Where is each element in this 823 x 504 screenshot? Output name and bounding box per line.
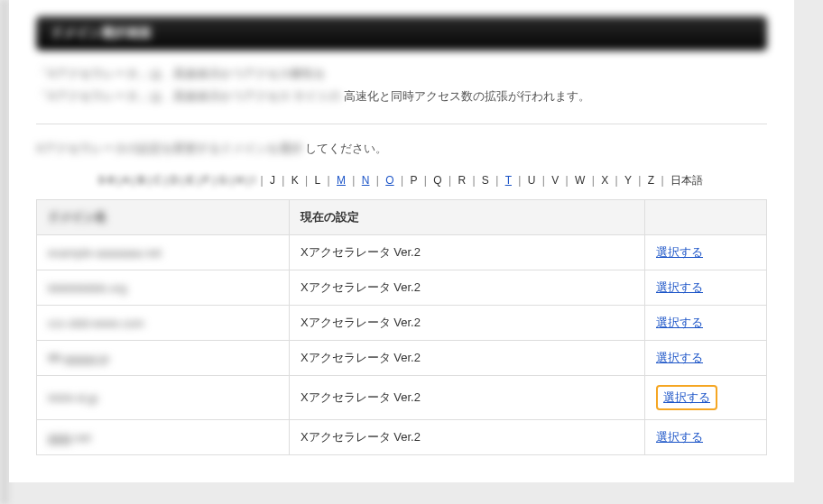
alpha-filter-S: S: [480, 174, 491, 187]
alpha-filter-O[interactable]: O: [384, 174, 395, 187]
cell-current-setting: Xアクセラレータ Ver.2: [290, 341, 645, 376]
alpha-separator: |: [537, 174, 550, 187]
cell-current-setting: Xアクセラレータ Ver.2: [290, 235, 645, 270]
desc-blur-line1: 「Xアクセラレータ」は、高速表示かつアクセス耐性を: [36, 63, 326, 86]
cell-domain: hhhh-iii.jp: [37, 376, 290, 420]
select-link[interactable]: 選択する: [663, 390, 710, 404]
alpha-filter-X: X: [599, 174, 610, 187]
domain-name-text: ccc-ddd-eeee.com: [48, 316, 144, 330]
alpha-filter-Y: Y: [623, 174, 633, 187]
alpha-filter-V: V: [550, 174, 560, 187]
desc-blur-line2: 「Xアクセラレータ」は、高速表示かつアクセス サイトの: [36, 86, 340, 108]
instruction-clear: してください。: [305, 142, 387, 155]
header-action: [645, 200, 767, 235]
instruction-blur: Xアクセラレータの設定を変更するドメインを選択: [36, 141, 302, 157]
select-link[interactable]: 選択する: [656, 316, 703, 329]
domain-name-text: jjjjjjjjj.net: [48, 431, 91, 444]
select-link[interactable]: 選択する: [656, 280, 703, 294]
alpha-separator: |: [491, 174, 504, 187]
alpha-separator: |: [371, 174, 384, 187]
alpha-separator: |: [467, 174, 480, 187]
alpha-separator: |: [419, 174, 431, 187]
alpha-filter-J: J: [268, 174, 277, 187]
header-domain: ドメイン名: [37, 200, 290, 235]
alpha-separator: |: [587, 174, 599, 187]
alpha-filter-M[interactable]: M: [335, 174, 347, 187]
alpha-filter-P: P: [408, 174, 419, 187]
table-row: ffff-ggggg.jpXアクセラレータ Ver.2選択する: [37, 341, 767, 376]
alpha-separator: |: [444, 174, 457, 187]
alpha-separator: |: [277, 174, 290, 187]
alpha-filter-W: W: [573, 174, 587, 187]
alpha-separator: |: [633, 174, 646, 187]
section-description: 「Xアクセラレータ」は、高速表示かつアクセス耐性を 「Xアクセラレータ」は、高速…: [36, 63, 767, 107]
alpha-blur-head: 0-9 | A | B | C | D | E | F | G | H | I: [98, 174, 255, 187]
alpha-filter-K: K: [290, 174, 301, 187]
section-title-text: ドメイン選択画面: [51, 25, 152, 40]
cell-current-setting: Xアクセラレータ Ver.2: [290, 306, 645, 341]
cell-domain: bbbbbbbbb.org: [37, 270, 290, 306]
cell-current-setting: Xアクセラレータ Ver.2: [290, 376, 645, 420]
section-title-bar: ドメイン選択画面: [36, 16, 767, 50]
alpha-filter-Q: Q: [431, 174, 443, 187]
domain-name-text: hhhh-iii.jp: [48, 391, 98, 405]
table-row: jjjjjjjjj.netXアクセラレータ Ver.2選択する: [37, 420, 767, 455]
cell-current-setting: Xアクセラレータ Ver.2: [290, 420, 645, 455]
alphabet-filter-nav: 0-9 | A | B | C | D | E | F | G | H | I …: [36, 170, 767, 192]
cell-current-setting: Xアクセラレータ Ver.2: [290, 270, 645, 306]
divider: [36, 124, 767, 124]
alpha-separator: |: [322, 174, 335, 187]
alpha-filter-L: L: [313, 174, 323, 187]
alpha-separator: |: [560, 174, 573, 187]
domain-name-text: ffff-ggggg.jp: [48, 352, 109, 365]
domain-name-text: bbbbbbbbb.org: [48, 281, 126, 295]
alpha-filter-R: R: [456, 174, 467, 187]
alpha-separator: |: [656, 174, 669, 187]
header-current-setting: 現在の設定: [290, 200, 645, 235]
cell-domain: ccc-ddd-eeee.com: [37, 306, 290, 341]
cell-action: 選択する: [645, 420, 767, 455]
cell-action: 選択する: [645, 270, 767, 306]
table-header-row: ドメイン名 現在の設定: [37, 200, 767, 235]
select-link[interactable]: 選択する: [656, 351, 703, 364]
domain-name-text: example-aaaaaaa.net: [48, 246, 162, 260]
domain-table: ドメイン名 現在の設定 example-aaaaaaa.netXアクセラレータ …: [36, 199, 767, 455]
highlight-ring: 選択する: [656, 385, 717, 410]
cell-domain: ffff-ggggg.jp: [37, 341, 290, 376]
cell-action: 選択する: [645, 341, 767, 376]
select-link[interactable]: 選択する: [656, 245, 703, 259]
select-link[interactable]: 選択する: [656, 430, 703, 444]
content-panel: ドメイン選択画面 「Xアクセラレータ」は、高速表示かつアクセス耐性を 「Xアクセ…: [9, 0, 794, 482]
cell-action: 選択する: [645, 235, 767, 270]
alpha-separator: |: [258, 174, 267, 187]
alpha-filter-T[interactable]: T: [504, 174, 513, 187]
alpha-filter-日本語: 日本語: [669, 174, 705, 187]
cell-action: 選択する: [645, 376, 767, 420]
alpha-separator: |: [347, 174, 360, 187]
table-row: bbbbbbbbb.orgXアクセラレータ Ver.2選択する: [37, 270, 767, 306]
table-row: example-aaaaaaa.netXアクセラレータ Ver.2選択する: [37, 235, 767, 270]
alpha-separator: |: [301, 174, 313, 187]
table-row: ccc-ddd-eeee.comXアクセラレータ Ver.2選択する: [37, 306, 767, 341]
alpha-separator: |: [610, 174, 623, 187]
alpha-filter-U: U: [526, 174, 538, 187]
table-row: hhhh-iii.jpXアクセラレータ Ver.2選択する: [37, 376, 767, 420]
cell-domain: jjjjjjjjj.net: [37, 420, 290, 455]
cell-domain: example-aaaaaaa.net: [37, 235, 290, 270]
alpha-separator: |: [513, 174, 526, 187]
alpha-filter-Z: Z: [646, 174, 656, 187]
cell-action: 選択する: [645, 306, 767, 341]
desc-clear-text: 高速化と同時アクセス数の拡張が行われます。: [344, 89, 590, 103]
instruction-text: Xアクセラレータの設定を変更するドメインを選択 してください。: [36, 141, 767, 157]
alpha-filter-N[interactable]: N: [360, 174, 372, 187]
alpha-separator: |: [396, 174, 409, 187]
